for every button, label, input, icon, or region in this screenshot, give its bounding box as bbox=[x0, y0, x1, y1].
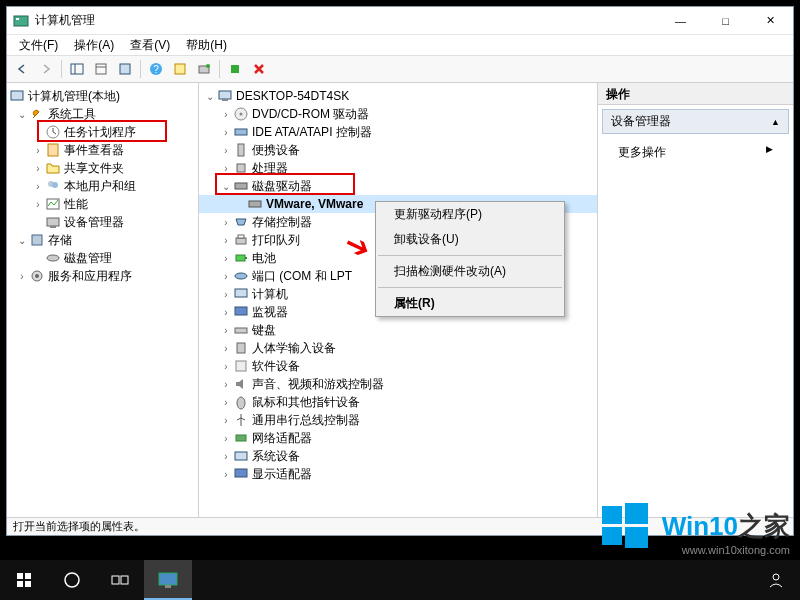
device-root[interactable]: ⌄DESKTOP-54DT4SK bbox=[199, 87, 597, 105]
taskview-button[interactable] bbox=[96, 560, 144, 600]
chevron-right-icon[interactable]: › bbox=[219, 289, 233, 300]
chevron-right-icon[interactable]: › bbox=[219, 343, 233, 354]
svg-rect-30 bbox=[238, 144, 244, 156]
people-button[interactable] bbox=[752, 560, 800, 600]
chevron-right-icon[interactable]: › bbox=[219, 397, 233, 408]
device-network[interactable]: ›网络适配器 bbox=[199, 429, 597, 447]
start-button[interactable] bbox=[0, 560, 48, 600]
menu-view[interactable]: 查看(V) bbox=[124, 36, 176, 55]
chevron-right-icon[interactable]: › bbox=[219, 127, 233, 138]
svg-point-17 bbox=[52, 182, 58, 188]
cortana-button[interactable] bbox=[48, 560, 96, 600]
chevron-right-icon[interactable]: › bbox=[31, 199, 45, 210]
menu-help[interactable]: 帮助(H) bbox=[180, 36, 233, 55]
enable-button[interactable] bbox=[224, 58, 246, 80]
tree-system-tools[interactable]: ⌄ 系统工具 bbox=[7, 105, 198, 123]
svg-rect-43 bbox=[236, 361, 246, 371]
svg-rect-57 bbox=[112, 576, 119, 584]
device-disk-drives[interactable]: ⌄磁盘驱动器 bbox=[199, 177, 597, 195]
device-software[interactable]: ›软件设备 bbox=[199, 357, 597, 375]
svg-rect-4 bbox=[96, 64, 106, 74]
chevron-right-icon[interactable]: › bbox=[219, 433, 233, 444]
taskbar-app-mmc[interactable] bbox=[144, 560, 192, 600]
refresh-button[interactable] bbox=[114, 58, 136, 80]
close-button[interactable]: ✕ bbox=[748, 7, 793, 34]
menu-action[interactable]: 操作(A) bbox=[68, 36, 120, 55]
chevron-right-icon[interactable]: › bbox=[219, 469, 233, 480]
scan-button[interactable] bbox=[193, 58, 215, 80]
device-portable[interactable]: ›便携设备 bbox=[199, 141, 597, 159]
chevron-right-icon[interactable]: › bbox=[31, 145, 45, 156]
chevron-down-icon[interactable]: ⌄ bbox=[219, 181, 233, 192]
forward-button[interactable] bbox=[35, 58, 57, 80]
ctx-scan-hardware[interactable]: 扫描检测硬件改动(A) bbox=[376, 259, 564, 284]
actions-section[interactable]: 设备管理器 ▲ bbox=[602, 109, 789, 134]
svg-rect-2 bbox=[71, 64, 83, 74]
show-hide-button[interactable] bbox=[66, 58, 88, 80]
chevron-right-icon[interactable]: › bbox=[219, 217, 233, 228]
tree-disk-mgmt[interactable]: 磁盘管理 bbox=[7, 249, 198, 267]
chevron-down-icon[interactable]: ⌄ bbox=[15, 235, 29, 246]
svg-rect-21 bbox=[32, 235, 42, 245]
ctx-uninstall-device[interactable]: 卸载设备(U) bbox=[376, 227, 564, 252]
tree-shared-folders[interactable]: › 共享文件夹 bbox=[7, 159, 198, 177]
wrench-icon bbox=[29, 106, 45, 122]
device-display[interactable]: ›显示适配器 bbox=[199, 465, 597, 483]
view-button[interactable] bbox=[90, 58, 112, 80]
chevron-right-icon[interactable]: › bbox=[219, 253, 233, 264]
chevron-down-icon[interactable]: ⌄ bbox=[15, 109, 29, 120]
chevron-right-icon[interactable]: › bbox=[219, 109, 233, 120]
device-mouse[interactable]: ›鼠标和其他指针设备 bbox=[199, 393, 597, 411]
disable-button[interactable] bbox=[248, 58, 270, 80]
ctx-properties[interactable]: 属性(R) bbox=[376, 291, 564, 316]
device-tree-pane: ⌄DESKTOP-54DT4SK ›DVD/CD-ROM 驱动器 ›IDE AT… bbox=[199, 83, 598, 535]
printer-icon bbox=[233, 232, 249, 248]
chevron-right-icon[interactable]: › bbox=[219, 325, 233, 336]
tree-device-manager[interactable]: 设备管理器 bbox=[7, 213, 198, 231]
device-keyboard[interactable]: ›键盘 bbox=[199, 321, 597, 339]
device-cpu[interactable]: ›处理器 bbox=[199, 159, 597, 177]
chevron-right-icon[interactable]: › bbox=[219, 415, 233, 426]
chevron-right-icon[interactable]: › bbox=[219, 307, 233, 318]
chevron-down-icon[interactable]: ⌄ bbox=[203, 91, 217, 102]
help-button[interactable]: ? bbox=[145, 58, 167, 80]
chevron-right-icon[interactable]: › bbox=[31, 163, 45, 174]
chevron-right-icon[interactable]: › bbox=[219, 361, 233, 372]
device-dvd[interactable]: ›DVD/CD-ROM 驱动器 bbox=[199, 105, 597, 123]
device-system[interactable]: ›系统设备 bbox=[199, 447, 597, 465]
chevron-right-icon[interactable]: › bbox=[31, 181, 45, 192]
chevron-right-icon[interactable]: › bbox=[219, 145, 233, 156]
chevron-right-icon[interactable]: › bbox=[219, 163, 233, 174]
tree-services-apps[interactable]: › 服务和应用程序 bbox=[7, 267, 198, 285]
tree-local-users[interactable]: › 本地用户和组 bbox=[7, 177, 198, 195]
chevron-right-icon[interactable]: › bbox=[31, 127, 45, 138]
chevron-right-icon[interactable]: › bbox=[219, 271, 233, 282]
menu-file[interactable]: 文件(F) bbox=[13, 36, 64, 55]
chevron-right-icon[interactable]: › bbox=[219, 379, 233, 390]
chevron-right-icon[interactable]: › bbox=[219, 235, 233, 246]
monitor-icon bbox=[233, 304, 249, 320]
device-sound[interactable]: ›声音、视频和游戏控制器 bbox=[199, 375, 597, 393]
tree-root[interactable]: 计算机管理(本地) bbox=[7, 87, 198, 105]
properties-button[interactable] bbox=[169, 58, 191, 80]
tree-storage[interactable]: ⌄ 存储 bbox=[7, 231, 198, 249]
more-actions-link[interactable]: 更多操作 ▶ bbox=[598, 138, 793, 167]
chevron-right-icon[interactable]: › bbox=[15, 271, 29, 282]
ctx-update-driver[interactable]: 更新驱动程序(P) bbox=[376, 202, 564, 227]
minimize-button[interactable]: — bbox=[658, 7, 703, 34]
ctx-separator bbox=[378, 255, 562, 256]
system-device-icon bbox=[233, 448, 249, 464]
chevron-right-icon[interactable]: › bbox=[219, 451, 233, 462]
svg-rect-0 bbox=[14, 16, 28, 26]
tree-event-viewer[interactable]: › 事件查看器 bbox=[7, 141, 198, 159]
watermark: Win10之家 www.win10xitong.com bbox=[662, 509, 790, 556]
collapse-icon[interactable]: ▲ bbox=[771, 117, 780, 127]
device-usb[interactable]: ›通用串行总线控制器 bbox=[199, 411, 597, 429]
device-hid[interactable]: ›人体学输入设备 bbox=[199, 339, 597, 357]
maximize-button[interactable]: □ bbox=[703, 7, 748, 34]
tree-task-scheduler[interactable]: › 任务计划程序 bbox=[7, 123, 198, 141]
dvd-icon bbox=[233, 106, 249, 122]
back-button[interactable] bbox=[11, 58, 33, 80]
tree-performance[interactable]: › 性能 bbox=[7, 195, 198, 213]
device-ide[interactable]: ›IDE ATA/ATAPI 控制器 bbox=[199, 123, 597, 141]
